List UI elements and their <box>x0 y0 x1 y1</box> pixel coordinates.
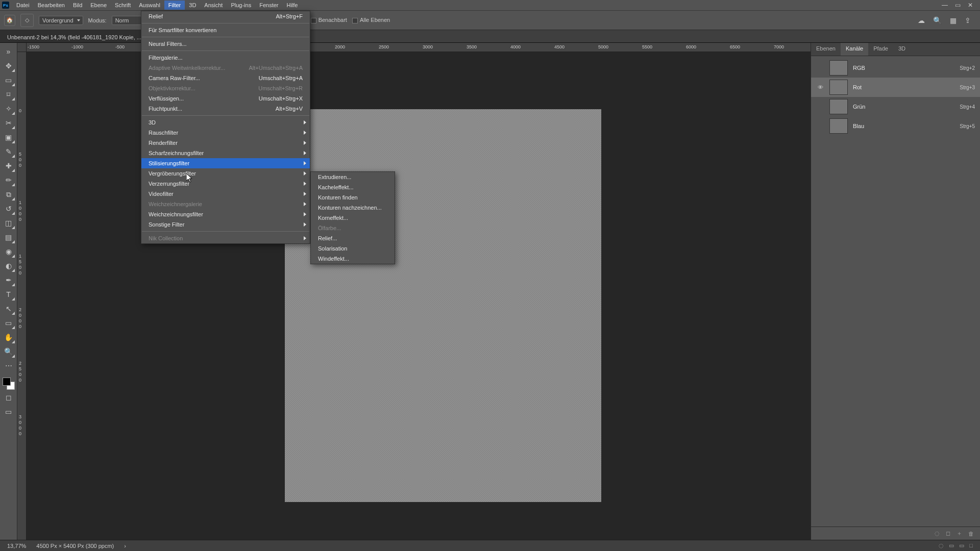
delete-channel-icon[interactable]: 🗑 <box>968 531 974 537</box>
panel-tab-ebenen[interactable]: Ebenen <box>811 43 841 56</box>
edit-toolbar[interactable]: ⋯ <box>2 359 15 372</box>
status-icon-2[interactable]: ▭ <box>949 542 954 549</box>
shape-tool[interactable]: ▭ <box>2 316 15 330</box>
stylize-item-relief-[interactable]: Relief... <box>311 233 395 243</box>
blur-tool[interactable]: ◉ <box>2 245 15 258</box>
selection-to-channel-icon[interactable]: ◌ <box>935 530 940 537</box>
pen-tool[interactable]: ✒ <box>2 273 15 287</box>
window-controls[interactable]: — ▭ ✕ <box>942 2 978 9</box>
status-icon-1[interactable]: ◌ <box>939 542 944 549</box>
new-channel-icon[interactable]: ＋ <box>957 530 962 537</box>
filter-item-fluchtpunkt-[interactable]: Fluchtpunkt...Alt+Strg+V <box>141 104 310 114</box>
menu-plug-ins[interactable]: Plug-ins <box>227 1 255 10</box>
brush-tool[interactable]: ✏ <box>2 173 15 187</box>
channel-row-rgb[interactable]: RGBStrg+2 <box>811 58 980 78</box>
channel-to-selection-icon[interactable]: ◻ <box>946 530 950 537</box>
filter-item-verzerrungsfilter[interactable]: Verzerrungsfilter <box>141 179 310 189</box>
filter-item-f-r-smartfilter-konvertieren[interactable]: Für Smartfilter konvertieren <box>141 25 310 35</box>
path-select-tool[interactable]: ↖ <box>2 302 15 315</box>
filter-item-relief[interactable]: ReliefAlt+Strg+F <box>141 11 310 21</box>
search-icon[interactable]: 🔍 <box>933 16 942 24</box>
menu-3d[interactable]: 3D <box>185 1 200 10</box>
filter-item-rauschfilter[interactable]: Rauschfilter <box>141 128 310 138</box>
stylize-item-extrudieren-[interactable]: Extrudieren... <box>311 172 395 182</box>
filter-item-3d[interactable]: 3D <box>141 117 310 128</box>
menu-auswahl[interactable]: Auswahl <box>135 1 164 10</box>
lasso-tool[interactable]: ⌑ <box>2 88 15 101</box>
close-icon[interactable]: ✕ <box>968 2 973 9</box>
visibility-icon[interactable]: 👁 <box>816 84 824 90</box>
filter-item-weichzeichnungsfilter[interactable]: Weichzeichnungsfilter <box>141 209 310 219</box>
screen-mode[interactable]: ▭ <box>2 405 15 418</box>
workspace-icon[interactable]: ▦ <box>950 16 957 24</box>
menu-hilfe[interactable]: Hilfe <box>282 1 302 10</box>
filter-item-videofilter[interactable]: Videofilter <box>141 189 310 199</box>
foreground-select[interactable]: Vordergrund <box>39 16 83 25</box>
filter-item-renderfilter[interactable]: Renderfilter <box>141 138 310 148</box>
menu-bild[interactable]: Bild <box>69 1 86 10</box>
panel-tab-pfade[interactable]: Pfade <box>868 43 893 56</box>
filter-item-verfl-ssigen-[interactable]: Verflüssigen...Umschalt+Strg+X <box>141 93 310 104</box>
channel-row-grün[interactable]: GrünStrg+4 <box>811 97 980 116</box>
status-arrow-icon[interactable]: › <box>124 543 126 549</box>
filter-item-vergr-berungsfilter[interactable]: Vergröberungsfilter <box>141 168 310 179</box>
stamp-tool[interactable]: ⧉ <box>2 188 15 201</box>
vertical-ruler[interactable]: 050010001500200025003000 <box>17 52 27 540</box>
minimize-icon[interactable]: — <box>942 2 948 9</box>
crop-tool[interactable]: ✂ <box>2 116 15 130</box>
type-tool[interactable]: T <box>2 288 15 301</box>
menu-schrift[interactable]: Schrift <box>111 1 135 10</box>
artboard[interactable] <box>285 109 601 502</box>
move-tool[interactable]: ✥ <box>2 59 15 72</box>
status-icon-4[interactable]: □ <box>969 542 973 549</box>
color-swatch[interactable] <box>3 378 15 390</box>
filter-item-scharfzeichnungsfilter[interactable]: Scharfzeichnungsfilter <box>141 148 310 158</box>
zoom-level[interactable]: 13,77% <box>7 543 26 549</box>
filter-item-sonstige-filter[interactable]: Sonstige Filter <box>141 219 310 230</box>
status-icon-3[interactable]: ▭ <box>959 542 964 549</box>
marquee-tool[interactable]: ▭ <box>2 73 15 87</box>
history-brush-tool[interactable]: ↺ <box>2 202 15 215</box>
dodge-tool[interactable]: ◐ <box>2 259 15 272</box>
panel-tab-3d[interactable]: 3D <box>893 43 911 56</box>
eraser-tool[interactable]: ◫ <box>2 216 15 230</box>
document-tab[interactable]: Unbenannt-2 bei 14,3% (field -406181_192… <box>0 30 149 42</box>
menu-fenster[interactable]: Fenster <box>255 1 282 10</box>
menu-filter[interactable]: Filter <box>164 1 185 10</box>
document-dimensions[interactable]: 4500 Px × 5400 Px (300 ppcm) <box>36 543 114 549</box>
stylize-item-konturen-nachzeichnen-[interactable]: Konturen nachzeichnen... <box>311 203 395 213</box>
current-tool-icon[interactable]: ◇ <box>20 14 34 27</box>
menu-bearbeiten[interactable]: Bearbeiten <box>34 1 69 10</box>
tool-panel-toggle[interactable]: » <box>2 45 15 58</box>
menu-datei[interactable]: Datei <box>12 1 34 10</box>
stylize-item-solarisation[interactable]: Solarisation <box>311 243 395 254</box>
filter-item-filtergalerie-[interactable]: Filtergalerie... <box>141 53 310 63</box>
maximize-icon[interactable]: ▭ <box>955 2 961 9</box>
stylize-item-kacheleffekt-[interactable]: Kacheleffekt... <box>311 182 395 192</box>
share-icon[interactable]: ⇪ <box>965 16 971 24</box>
filter-item-stilisierungsfilter[interactable]: Stilisierungsfilter <box>141 158 310 168</box>
ruler-origin[interactable] <box>17 43 27 52</box>
menu-ebene[interactable]: Ebene <box>86 1 111 10</box>
channel-row-rot[interactable]: 👁RotStrg+3 <box>811 78 980 97</box>
hand-tool[interactable]: ✋ <box>2 331 15 344</box>
stylize-item-korneffekt-[interactable]: Korneffekt... <box>311 213 395 223</box>
panel-tab-kanäle[interactable]: Kanäle <box>841 43 868 56</box>
stilisierungsfilter-submenu[interactable]: Extrudieren...Kacheleffekt...Konturen fi… <box>310 171 395 264</box>
benachbart-checkbox[interactable] <box>311 18 316 23</box>
home-icon[interactable]: 🏠 <box>4 15 15 26</box>
filter-menu[interactable]: ReliefAlt+Strg+FFür Smartfilter konverti… <box>141 11 310 244</box>
healing-tool[interactable]: ✚ <box>2 159 15 172</box>
cloud-icon[interactable]: ☁ <box>918 16 925 24</box>
channel-row-blau[interactable]: BlauStrg+5 <box>811 116 980 136</box>
menu-ansicht[interactable]: Ansicht <box>200 1 227 10</box>
quick-mask[interactable]: ◻ <box>2 391 15 404</box>
filter-item-camera-raw-filter-[interactable]: Camera Raw-Filter...Umschalt+Strg+A <box>141 73 310 83</box>
gradient-tool[interactable]: ▤ <box>2 231 15 244</box>
stylize-item-konturen-finden[interactable]: Konturen finden <box>311 192 395 203</box>
zoom-tool[interactable]: 🔍 <box>2 345 15 358</box>
alle-ebenen-checkbox[interactable] <box>352 18 358 23</box>
eyedropper-tool[interactable]: ✎ <box>2 145 15 158</box>
filter-item-neural-filters-[interactable]: Neural Filters... <box>141 39 310 49</box>
stylize-item-windeffekt-[interactable]: Windeffekt... <box>311 254 395 264</box>
